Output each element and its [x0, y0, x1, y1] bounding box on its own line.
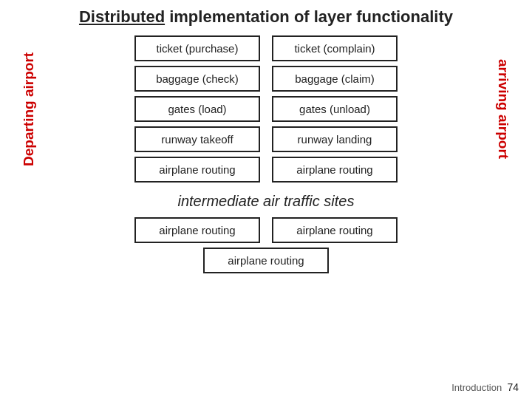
bottom-cell-2: airplane routing — [272, 217, 398, 243]
footer-page: 74 — [507, 381, 519, 393]
bottom-row1: airplane routing airplane routing — [15, 217, 517, 243]
row-2: baggage (check) baggage (claim) — [47, 66, 485, 92]
page-title: Distributed implementation of layer func… — [15, 7, 517, 27]
cell-row5-left: airplane routing — [134, 157, 260, 183]
page: Distributed implementation of layer func… — [0, 0, 532, 399]
title-underline: Distributed — [79, 7, 165, 26]
bottom-section: intermediate air traffic sites airplane … — [15, 193, 517, 273]
bottom-cell-3: airplane routing — [203, 248, 329, 273]
grid-area: ticket (purchase) ticket (complain) bagg… — [43, 35, 489, 183]
cell-row1-left: ticket (purchase) — [134, 35, 260, 61]
bottom-row2: airplane routing — [15, 248, 517, 273]
row-4: runway takeoff runway landing — [47, 126, 485, 152]
departing-label: Departing airport — [15, 35, 43, 183]
arriving-label: arriving airport — [489, 35, 517, 183]
cell-row3-right: gates (unload) — [272, 96, 398, 122]
row-5: airplane routing airplane routing — [47, 157, 485, 183]
bottom-cell-1: airplane routing — [134, 217, 260, 243]
cell-row2-left: baggage (check) — [134, 66, 260, 92]
row-3: gates (load) gates (unload) — [47, 96, 485, 122]
cell-row4-left: runway takeoff — [134, 126, 260, 152]
intermediate-label: intermediate air traffic sites — [15, 193, 517, 210]
footer: Introduction 74 — [451, 381, 519, 393]
footer-label: Introduction — [451, 382, 502, 393]
row-1: ticket (purchase) ticket (complain) — [47, 35, 485, 61]
cell-row4-right: runway landing — [272, 126, 398, 152]
title-suffix: implementation of layer functionality — [165, 7, 453, 26]
cell-row2-right: baggage (claim) — [272, 66, 398, 92]
cell-row5-right: airplane routing — [272, 157, 398, 183]
main-area: Departing airport ticket (purchase) tick… — [15, 35, 517, 183]
cell-row1-right: ticket (complain) — [272, 35, 398, 61]
cell-row3-left: gates (load) — [134, 96, 260, 122]
